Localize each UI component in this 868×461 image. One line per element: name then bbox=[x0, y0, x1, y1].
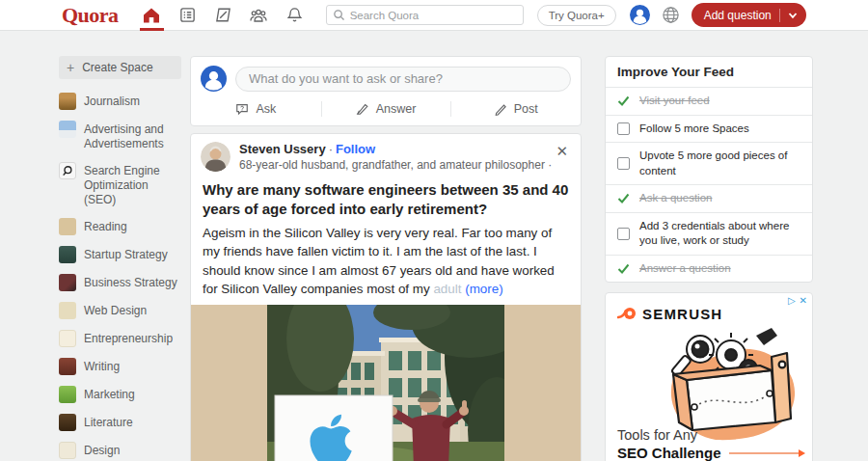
sidebar-item-label: Search Engine Optimization (SEO) bbox=[84, 162, 181, 207]
sidebar-item-business-strategy[interactable]: Business Strategy bbox=[59, 274, 181, 291]
sidebar-item-marketing[interactable]: Marketing bbox=[59, 386, 181, 403]
checklist-label: Follow 5 more Spaces bbox=[639, 122, 749, 137]
chevron-down-icon[interactable] bbox=[788, 11, 798, 20]
composer-actions: Ask Answer Post bbox=[191, 97, 581, 125]
more-link[interactable]: (more) bbox=[465, 282, 502, 296]
user-avatar[interactable] bbox=[201, 66, 227, 92]
bell-icon[interactable] bbox=[277, 0, 312, 30]
advertising-icon bbox=[59, 121, 76, 138]
left-sidebar: + Create Space Journalism Advertising an… bbox=[59, 56, 181, 461]
checklist-label: Answer a question bbox=[639, 261, 731, 277]
check-icon bbox=[617, 262, 630, 275]
writing-icon bbox=[59, 358, 76, 375]
add-question-button[interactable]: Add question bbox=[692, 3, 806, 27]
close-icon[interactable]: ✕ bbox=[553, 142, 571, 172]
question-bubble-icon bbox=[235, 102, 249, 116]
quora-feed-page: Quora bbox=[0, 0, 868, 461]
pen-icon bbox=[356, 102, 369, 116]
sidebar-item-entrepreneurship[interactable]: Entrepreneurship bbox=[59, 330, 181, 347]
main-feed-column: Ask Answer Post bbox=[190, 56, 582, 461]
checklist-item-visit-feed[interactable]: Visit your feed bbox=[606, 87, 812, 115]
nav-icon-group bbox=[134, 0, 312, 30]
sidebar-item-label: Advertising and Advertisements bbox=[84, 121, 181, 151]
feed-post-card: Steven Ussery·Follow 68-year-old husband… bbox=[190, 133, 582, 461]
business-strategy-icon bbox=[59, 274, 76, 291]
user-avatar[interactable] bbox=[630, 5, 650, 25]
search-icon bbox=[333, 9, 345, 21]
semrush-brand-text: SEMRUSH bbox=[642, 306, 722, 322]
checklist-item-ask-question[interactable]: Ask a question bbox=[606, 184, 812, 212]
search-bar[interactable] bbox=[326, 5, 524, 25]
improve-feed-title: Improve Your Feed bbox=[606, 57, 812, 87]
right-sidebar: Improve Your Feed Visit your feed Follow… bbox=[605, 56, 813, 461]
plus-icon: + bbox=[67, 60, 74, 75]
sidebar-item-journalism[interactable]: Journalism bbox=[59, 93, 181, 110]
answer-text-fade: adult bbox=[433, 282, 461, 296]
sidebar-item-literature[interactable]: Literature bbox=[59, 414, 181, 431]
sidebar-item-web-design[interactable]: Web Design bbox=[59, 302, 181, 319]
photo-apple-sign: Apple Campus bbox=[275, 395, 393, 461]
checklist-item-answer-question[interactable]: Answer a question bbox=[606, 255, 812, 283]
sidebar-item-label: Journalism bbox=[84, 93, 140, 109]
sidebar-item-design[interactable]: Design bbox=[59, 442, 181, 459]
composer-card: Ask Answer Post bbox=[190, 56, 582, 126]
checklist-label: Ask a question bbox=[639, 191, 712, 206]
checkbox-icon[interactable] bbox=[617, 228, 630, 240]
design-icon bbox=[59, 442, 76, 459]
try-quora-plus-button[interactable]: Try Quora+ bbox=[537, 5, 616, 26]
sidebar-item-label: Design bbox=[84, 442, 120, 458]
top-navbar: Quora bbox=[0, 0, 868, 31]
ad-line2: SEO Challenge bbox=[617, 445, 721, 461]
sidebar-item-label: Literature bbox=[84, 414, 133, 430]
post-button[interactable]: Post bbox=[450, 98, 581, 120]
sidebar-item-label: Writing bbox=[84, 358, 120, 374]
checklist-item-upvote-content[interactable]: Upvote 5 more good pieces of content bbox=[606, 142, 812, 184]
post-header-text: Steven Ussery·Follow 68-year-old husband… bbox=[239, 142, 553, 172]
checklist-label: Add 3 credentials about where you live, … bbox=[639, 219, 800, 249]
ad-close-icon[interactable]: ✕ bbox=[800, 295, 807, 306]
sidebar-item-reading[interactable]: Reading bbox=[59, 218, 181, 235]
sidebar-item-seo[interactable]: Search Engine Optimization (SEO) bbox=[59, 162, 181, 207]
sidebar-item-writing[interactable]: Writing bbox=[59, 358, 181, 375]
sidebar-item-label: Marketing bbox=[84, 386, 135, 402]
checkbox-icon[interactable] bbox=[617, 157, 630, 170]
search-input[interactable] bbox=[350, 10, 517, 21]
ask-label: Ask bbox=[256, 102, 276, 116]
separator-dot: · bbox=[329, 142, 333, 156]
journalism-icon bbox=[59, 93, 76, 110]
follow-link[interactable]: Follow bbox=[336, 142, 375, 156]
sidebar-item-label: Web Design bbox=[84, 302, 147, 318]
ask-share-input-wrap[interactable] bbox=[235, 67, 571, 92]
globe-icon[interactable] bbox=[662, 6, 680, 24]
answer-icon[interactable] bbox=[205, 0, 241, 30]
create-space-button[interactable]: + Create Space bbox=[59, 56, 181, 79]
marketing-icon bbox=[59, 386, 76, 403]
feed-icon[interactable] bbox=[170, 0, 205, 30]
ad-controls: ▷ ✕ bbox=[788, 295, 807, 306]
semrush-ad[interactable]: ▷ ✕ SEMRUSH bbox=[605, 292, 813, 461]
checklist-item-follow-spaces[interactable]: Follow 5 more Spaces bbox=[606, 115, 812, 143]
checkbox-icon[interactable] bbox=[617, 122, 630, 135]
post-label: Post bbox=[514, 102, 538, 116]
sidebar-item-label: Business Strategy bbox=[84, 274, 177, 290]
home-icon[interactable] bbox=[134, 0, 170, 30]
post-photo[interactable]: Apple Campus bbox=[191, 305, 581, 461]
question-title[interactable]: Why are many software engineers between … bbox=[191, 174, 581, 219]
ask-button[interactable]: Ask bbox=[191, 98, 321, 120]
sidebar-item-advertising[interactable]: Advertising and Advertisements bbox=[59, 121, 181, 151]
ad-line1: Tools for Any bbox=[617, 427, 806, 443]
answer-button[interactable]: Answer bbox=[321, 98, 451, 120]
answer-label: Answer bbox=[376, 102, 417, 116]
author-name[interactable]: Steven Ussery bbox=[239, 142, 326, 156]
checklist-label: Visit your feed bbox=[639, 94, 710, 109]
adchoices-icon[interactable]: ▷ bbox=[788, 295, 796, 306]
sidebar-item-startup-strategy[interactable]: Startup Strategy bbox=[59, 246, 181, 263]
sidebar-item-label: Reading bbox=[84, 218, 127, 234]
spaces-icon[interactable] bbox=[241, 0, 277, 30]
post-header: Steven Ussery·Follow 68-year-old husband… bbox=[191, 134, 581, 174]
reading-icon bbox=[59, 218, 76, 235]
ask-share-input[interactable] bbox=[249, 71, 557, 86]
quora-logo[interactable]: Quora bbox=[62, 3, 119, 28]
checklist-item-add-credentials[interactable]: Add 3 credentials about where you live, … bbox=[606, 212, 812, 255]
author-avatar[interactable] bbox=[201, 142, 231, 172]
